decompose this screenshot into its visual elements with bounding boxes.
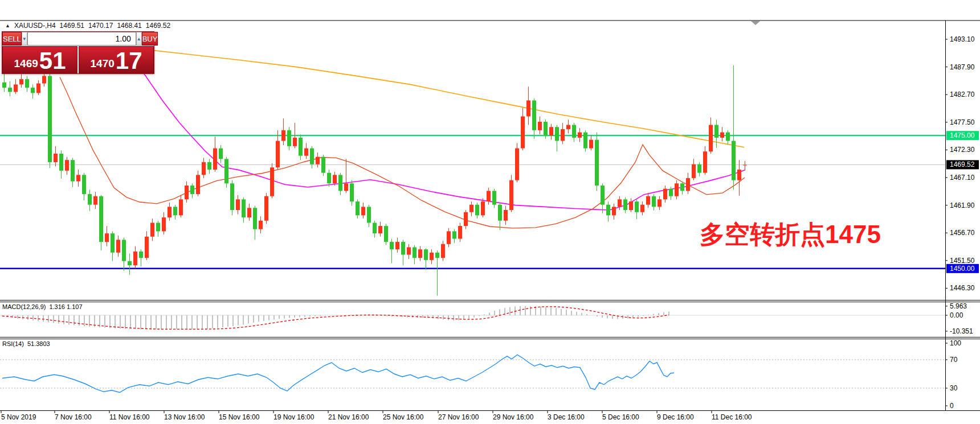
- volume-decrease-button[interactable]: ▼: [22, 32, 27, 46]
- svg-text:-10.351: -10.351: [950, 327, 973, 335]
- buy-price-big: 17: [116, 51, 142, 71]
- chart-annotation-text: 多空转折点1475: [700, 220, 881, 248]
- sell-button[interactable]: SELL: [2, 32, 22, 46]
- macd-label: MACD(12,26,9) 1.316 1.107: [2, 303, 83, 310]
- svg-text:1475.00: 1475.00: [950, 131, 975, 139]
- svg-text:5 Nov 2019: 5 Nov 2019: [1, 413, 36, 421]
- svg-text:13 Nov 16:00: 13 Nov 16:00: [164, 413, 205, 421]
- trading-platform-window: 𝄛 E ⣿⣿ F A T ⬥⬦ ▼ M1M5M15M30H1H4D1W1MN 1…: [0, 0, 980, 424]
- svg-text:15 Nov 16:00: 15 Nov 16:00: [219, 413, 260, 421]
- svg-text:0: 0: [950, 402, 954, 410]
- svg-text:1469.52: 1469.52: [950, 160, 975, 168]
- svg-text:25 Nov 16:00: 25 Nov 16:00: [383, 413, 424, 421]
- svg-text:7 Nov 16:00: 7 Nov 16:00: [55, 413, 92, 421]
- svg-text:1493.10: 1493.10: [950, 35, 975, 43]
- svg-text:1482.70: 1482.70: [950, 90, 975, 98]
- ohlc-high: 1470.17: [88, 22, 113, 30]
- sell-price-big: 51: [39, 51, 66, 71]
- sell-price-tile[interactable]: 1469 51: [2, 46, 77, 73]
- svg-text:1456.70: 1456.70: [950, 229, 975, 237]
- svg-text:1477.50: 1477.50: [950, 118, 975, 126]
- ohlc-low: 1468.41: [117, 22, 141, 30]
- svg-text:1461.90: 1461.90: [950, 201, 975, 209]
- collapse-triangle-icon[interactable]: ▲: [5, 23, 10, 28]
- svg-text:100: 100: [950, 339, 961, 347]
- rsi-label: RSI(14) 51.3803: [2, 340, 50, 347]
- svg-text:21 Nov 16:00: 21 Nov 16:00: [328, 413, 369, 421]
- svg-text:5 Dec 16:00: 5 Dec 16:00: [602, 413, 639, 421]
- svg-text:9 Dec 16:00: 9 Dec 16:00: [657, 413, 694, 421]
- svg-text:3 Dec 16:00: 3 Dec 16:00: [548, 413, 585, 421]
- svg-text:29 Nov 16:00: 29 Nov 16:00: [493, 413, 534, 421]
- one-click-trade-panel: SELL ▼ ▲ BUY 1469 51 1470 17: [2, 31, 154, 74]
- svg-text:27 Nov 16:00: 27 Nov 16:00: [438, 413, 479, 421]
- svg-text:1472.30: 1472.30: [950, 146, 975, 154]
- symbol-title: XAUUSD-,H4: [14, 22, 56, 30]
- volume-increase-button[interactable]: ▲: [136, 32, 142, 46]
- ohlc-close: 1469.52: [146, 22, 170, 30]
- symbol-header: ▲ XAUUSD-,H4 1469.51 1470.17 1468.41 146…: [5, 22, 170, 30]
- buy-price-tile[interactable]: 1470 17: [79, 46, 154, 73]
- svg-text:19 Nov 16:00: 19 Nov 16:00: [273, 413, 315, 421]
- svg-text:11 Dec 16:00: 11 Dec 16:00: [712, 413, 752, 421]
- buy-price-small: 1470: [91, 58, 115, 69]
- svg-text:0.00: 0.00: [950, 311, 963, 319]
- svg-text:1446.30: 1446.30: [950, 284, 975, 292]
- svg-text:70: 70: [950, 356, 958, 364]
- svg-text:1487.90: 1487.90: [950, 63, 975, 71]
- svg-text:5.963: 5.963: [950, 302, 967, 310]
- svg-text:30: 30: [950, 384, 958, 392]
- svg-text:1451.50: 1451.50: [950, 257, 975, 265]
- svg-text:1467.10: 1467.10: [950, 174, 975, 182]
- volume-input[interactable]: [27, 32, 136, 46]
- buy-button[interactable]: BUY: [142, 32, 158, 46]
- svg-text:1450.00: 1450.00: [950, 265, 975, 273]
- svg-text:11 Nov 16:00: 11 Nov 16:00: [109, 413, 150, 421]
- sell-price-small: 1469: [14, 58, 38, 69]
- ohlc-open: 1469.51: [60, 22, 84, 30]
